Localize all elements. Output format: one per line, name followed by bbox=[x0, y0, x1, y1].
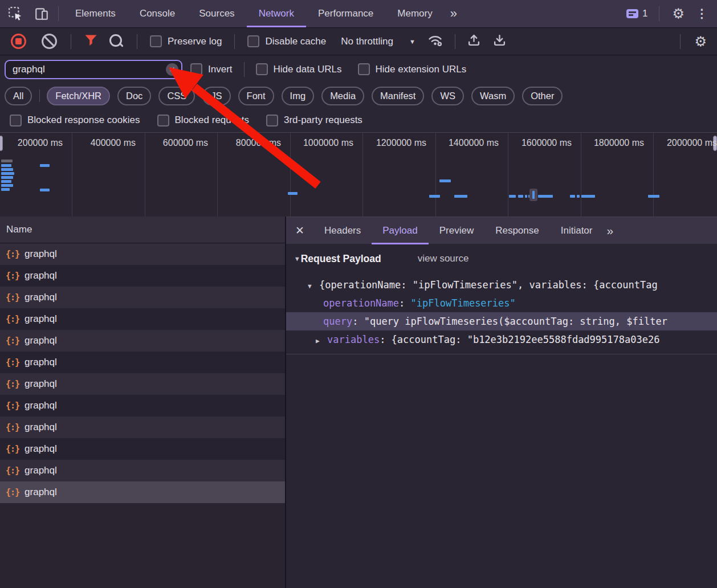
resource-type-chip[interactable]: Manifest bbox=[372, 87, 424, 105]
resource-type-chip[interactable]: Other bbox=[522, 87, 563, 105]
request-row[interactable]: {:}graphql bbox=[0, 438, 285, 460]
inspect-element-icon[interactable] bbox=[2, 0, 28, 27]
export-har-icon[interactable] bbox=[493, 34, 506, 49]
issues-button[interactable]: 1 bbox=[626, 8, 647, 19]
checkbox-icon bbox=[157, 115, 169, 126]
request-row[interactable]: {:}graphql bbox=[0, 395, 285, 416]
network-settings-gear-icon[interactable]: ⚙ bbox=[686, 28, 717, 55]
panel-tab[interactable]: Network bbox=[247, 0, 306, 27]
resource-type-chip[interactable]: All bbox=[5, 87, 32, 105]
timeline-request-bar bbox=[509, 195, 516, 198]
resource-type-chip[interactable]: Wasm bbox=[471, 87, 515, 105]
network-overview-timeline[interactable]: 200000 ms400000 ms600000 ms800000 ms1000… bbox=[0, 132, 717, 217]
checkbox-icon bbox=[150, 35, 162, 47]
resource-type-chip[interactable]: Font bbox=[238, 87, 274, 105]
clear-network-log-icon[interactable] bbox=[42, 34, 57, 49]
timeline-left-handle[interactable] bbox=[0, 136, 3, 151]
timeline-gridline bbox=[290, 133, 291, 217]
json-braces-icon: {:} bbox=[6, 336, 19, 346]
resource-type-chip[interactable]: Img bbox=[282, 87, 315, 105]
request-row[interactable]: {:}graphql bbox=[0, 265, 285, 287]
timeline-tick-label: 200000 ms bbox=[18, 138, 63, 148]
timeline-request-bar bbox=[648, 195, 659, 198]
device-toolbar-icon[interactable] bbox=[28, 0, 55, 27]
panel-tab[interactable]: Elements bbox=[63, 0, 128, 27]
panel-tab[interactable]: Console bbox=[128, 0, 187, 27]
payload-root-row[interactable]: ▼{operationName: "ipFlowTimeseries", var… bbox=[286, 276, 717, 294]
payload-entry-row[interactable]: query: "query ipFlowTimeseries($accountT… bbox=[286, 312, 717, 330]
close-icon[interactable]: ✕ bbox=[286, 224, 313, 237]
name-column-header[interactable]: Name bbox=[0, 217, 285, 243]
filter-checkbox[interactable]: Blocked response cookies bbox=[10, 115, 140, 126]
more-details-tabs-icon[interactable]: » bbox=[603, 217, 617, 244]
json-braces-icon: {:} bbox=[6, 444, 19, 454]
network-toolbar: Preserve log Disable cache No throttling… bbox=[0, 28, 717, 55]
panel-tab[interactable]: Performance bbox=[306, 0, 385, 27]
details-tab[interactable]: Initiator bbox=[550, 217, 604, 244]
request-row[interactable]: {:}graphql bbox=[0, 287, 285, 308]
timeline-request-bar bbox=[1, 172, 14, 175]
triangle-down-icon[interactable]: ▼ bbox=[295, 255, 299, 263]
request-details-pane: ✕ HeadersPayloadPreviewResponseInitiator… bbox=[286, 217, 717, 588]
json-braces-icon: {:} bbox=[6, 357, 19, 368]
checkbox-icon bbox=[266, 115, 278, 126]
hide-extension-urls-checkbox[interactable]: Hide extension URLs bbox=[358, 63, 467, 75]
divider bbox=[71, 34, 71, 49]
filter-input[interactable]: graphql ✕ bbox=[5, 60, 182, 79]
resource-type-chip[interactable]: Fetch/XHR bbox=[47, 87, 110, 105]
payload-entry-row[interactable]: ▶variables: {accountTag: "b12e3b2192ee55… bbox=[286, 330, 717, 349]
import-har-icon[interactable] bbox=[467, 34, 480, 49]
divider bbox=[137, 34, 137, 49]
request-row[interactable]: {:}graphql bbox=[0, 460, 285, 481]
triangle-right-icon[interactable]: ▶ bbox=[316, 332, 327, 349]
view-source-link[interactable]: view source bbox=[418, 253, 469, 264]
payload-entry-row[interactable]: operationName: "ipFlowTimeseries" bbox=[286, 294, 717, 312]
clear-filter-icon[interactable]: ✕ bbox=[166, 63, 178, 76]
hide-data-urls-checkbox[interactable]: Hide data URLs bbox=[256, 63, 342, 75]
request-row[interactable]: {:}graphql bbox=[0, 308, 285, 330]
resource-type-chip[interactable]: JS bbox=[202, 87, 230, 105]
network-conditions-icon[interactable] bbox=[427, 34, 443, 49]
request-row[interactable]: {:}graphql bbox=[0, 373, 285, 395]
search-icon[interactable] bbox=[109, 34, 122, 47]
filter-input-value: graphql bbox=[13, 64, 45, 75]
request-row[interactable]: {:}graphql bbox=[0, 481, 285, 503]
timeline-request-bar bbox=[577, 195, 580, 198]
resource-type-chip[interactable]: CSS bbox=[158, 87, 195, 105]
throttling-dropdown[interactable]: No throttling ▼ bbox=[341, 36, 415, 47]
checkbox-icon bbox=[190, 63, 202, 75]
kebab-menu-icon[interactable]: ⋮ bbox=[692, 0, 717, 27]
resource-type-chip[interactable]: Doc bbox=[117, 87, 151, 105]
payload-section-title: Request Payload bbox=[301, 253, 381, 265]
disable-cache-checkbox[interactable]: Disable cache bbox=[247, 35, 326, 47]
details-tab[interactable]: Preview bbox=[429, 217, 484, 244]
invert-checkbox[interactable]: Invert bbox=[190, 63, 233, 75]
settings-gear-icon[interactable]: ⚙ bbox=[664, 0, 692, 27]
json-braces-icon: {:} bbox=[6, 487, 19, 497]
resource-type-chip[interactable]: WS bbox=[431, 87, 464, 105]
timeline-request-bar bbox=[454, 195, 467, 198]
details-tab[interactable]: Payload bbox=[372, 217, 428, 244]
filter-checkbox[interactable]: 3rd-party requests bbox=[266, 115, 362, 126]
details-tab[interactable]: Headers bbox=[313, 217, 372, 244]
resource-type-chip[interactable]: Media bbox=[321, 87, 364, 105]
details-tab[interactable]: Response bbox=[484, 217, 550, 244]
timeline-tick-label: 800000 ms bbox=[236, 138, 281, 148]
timeline-tick-label: 1200000 ms bbox=[376, 138, 426, 148]
request-row[interactable]: {:}graphql bbox=[0, 352, 285, 373]
request-row[interactable]: {:}graphql bbox=[0, 243, 285, 265]
panel-tab[interactable]: Memory bbox=[385, 0, 444, 27]
payload-value: {accountTag: "b12e3b2192ee5588fdad995178… bbox=[392, 334, 660, 345]
filter-funnel-icon[interactable] bbox=[85, 35, 97, 48]
timeline-tick-label: 2000000 ms bbox=[667, 138, 717, 148]
devtools-window: ElementsConsoleSourcesNetworkPerformance… bbox=[0, 0, 717, 588]
request-row[interactable]: {:}graphql bbox=[0, 416, 285, 438]
filter-checkbox[interactable]: Blocked requests bbox=[157, 115, 249, 126]
panel-tab[interactable]: Sources bbox=[187, 0, 246, 27]
request-row[interactable]: {:}graphql bbox=[0, 330, 285, 352]
divider bbox=[234, 34, 235, 49]
more-panels-icon[interactable]: » bbox=[445, 0, 463, 27]
timeline-request-bar bbox=[439, 179, 451, 182]
preserve-log-checkbox[interactable]: Preserve log bbox=[150, 35, 222, 47]
record-network-log-icon[interactable] bbox=[11, 34, 26, 49]
